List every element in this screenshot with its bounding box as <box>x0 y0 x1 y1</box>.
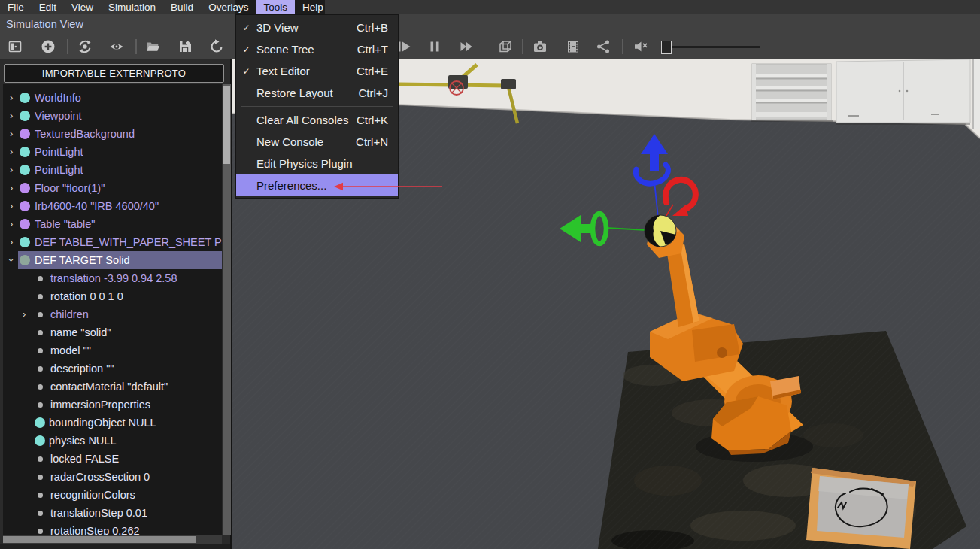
tree-row-label: recognitionColors <box>50 489 135 501</box>
tree-row[interactable]: locked FALSE <box>3 450 222 468</box>
chevron-right-icon[interactable]: › <box>10 182 13 194</box>
menu-item-text-editor[interactable]: ✓Text EditorCtrl+E <box>236 60 398 82</box>
tree-row[interactable]: ›children <box>3 305 222 323</box>
tree-row-label: translation -3.99 0.94 2.58 <box>50 272 177 284</box>
tree-row[interactable]: physics NULL <box>3 432 222 450</box>
tree-row[interactable]: recognitionColors <box>3 486 222 504</box>
tree-row[interactable]: boundingObject NULL <box>3 414 222 432</box>
step-icon[interactable] <box>396 38 413 55</box>
tree-row[interactable]: ›Floor "floor(1)" <box>3 179 222 197</box>
panel-bottom-strip <box>0 544 230 549</box>
tree-row[interactable]: ›WorldInfo <box>3 89 222 107</box>
node-dot-icon <box>20 201 30 211</box>
scrollbar-thumb[interactable] <box>223 86 230 164</box>
tree-row-label: Floor "floor(1)" <box>35 182 105 194</box>
menu-tools[interactable]: Tools <box>256 0 295 14</box>
tree-row-label: locked FALSE <box>50 453 119 465</box>
chevron-right-icon[interactable]: › <box>10 218 13 230</box>
tree-row-label: rotationStep 0.262 <box>50 525 140 535</box>
chevron-right-icon[interactable]: › <box>10 164 13 176</box>
chevron-right-icon[interactable]: › <box>10 146 13 158</box>
menu-item-clear-all-consoles[interactable]: Clear All ConsolesCtrl+K <box>236 109 398 131</box>
menu-edit[interactable]: Edit <box>32 0 64 14</box>
tree-row[interactable]: ›Table "table" <box>3 215 222 233</box>
field-bullet-icon <box>38 529 43 534</box>
tree-row[interactable]: rotationStep 0.262 <box>3 522 222 535</box>
tree-row[interactable]: name "solid" <box>3 323 222 341</box>
node-dot-icon <box>20 93 30 103</box>
menu-item-new-console[interactable]: New ConsoleCtrl+N <box>236 131 398 153</box>
save-world-icon[interactable] <box>177 38 193 55</box>
volume-slider-handle[interactable] <box>661 41 672 54</box>
share-icon[interactable] <box>595 38 611 55</box>
volume-slider-track[interactable] <box>672 46 760 48</box>
pause-icon[interactable] <box>426 38 443 55</box>
menu-item-preferences[interactable]: Preferences... <box>236 174 398 196</box>
tree-vertical-scrollbar[interactable] <box>223 84 231 535</box>
chevron-right-icon[interactable]: › <box>10 128 13 140</box>
tree-row[interactable]: ›TexturedBackground <box>3 125 222 143</box>
movie-icon[interactable] <box>565 38 581 55</box>
tree-row[interactable]: rotation 0 0 1 0 <box>3 287 222 305</box>
tree-row[interactable]: translationStep 0.01 <box>3 504 222 522</box>
tree-row[interactable]: ›DEF TABLE_WITH_PAPER_SHEET Pose <box>3 233 222 251</box>
scrollbar-thumb[interactable] <box>3 536 196 543</box>
menu-build[interactable]: Build <box>163 0 201 14</box>
show-optional-rendering-icon[interactable] <box>108 38 125 55</box>
menu-item-3d-view[interactable]: ✓3D ViewCtrl+B <box>236 17 398 38</box>
node-dot-icon <box>20 183 30 193</box>
rendering-cube-icon[interactable] <box>497 38 514 55</box>
tree-row[interactable]: ›Irb4600-40 "IRB 4600/40" <box>3 197 222 215</box>
menu-view[interactable]: View <box>64 0 101 14</box>
chevron-right-icon[interactable]: › <box>10 200 13 212</box>
field-bullet-icon <box>38 493 43 498</box>
open-world-icon[interactable] <box>144 38 161 55</box>
tree-row[interactable]: ›DEF TARGET Solid <box>3 251 222 269</box>
hide-panel-icon[interactable] <box>7 38 23 55</box>
tree-row[interactable]: translation -3.99 0.94 2.58 <box>3 269 222 287</box>
menu-item-restore-layout[interactable]: Restore LayoutCtrl+J <box>236 82 398 104</box>
importable-externproto-button[interactable]: IMPORTABLE EXTERNPROTO <box>4 64 224 83</box>
tree-horizontal-scrollbar[interactable] <box>3 535 222 544</box>
menu-file[interactable]: File <box>0 0 32 14</box>
tree-row[interactable]: model "" <box>3 341 222 359</box>
menu-overlays[interactable]: Overlays <box>201 0 256 14</box>
menu-help[interactable]: Help <box>295 0 331 14</box>
tree-row[interactable]: description "" <box>3 359 222 378</box>
chevron-right-icon[interactable]: › <box>10 110 13 122</box>
tree-row[interactable]: radarCrossSection 0 <box>3 468 222 486</box>
screenshot-icon[interactable] <box>532 38 548 55</box>
chevron-down-icon[interactable]: › <box>5 259 17 262</box>
field-bullet-icon <box>38 475 43 480</box>
field-bullet-icon <box>38 348 43 353</box>
field-bullet-icon <box>38 384 43 390</box>
menu-item-scene-tree[interactable]: ✓Scene TreeCtrl+T <box>236 38 398 60</box>
menu-item-edit-physics-plugin[interactable]: Edit Physics Plugin <box>236 153 398 174</box>
chevron-right-icon[interactable]: › <box>10 236 13 248</box>
tree-row[interactable]: ›PointLight <box>3 143 222 161</box>
tree-row[interactable]: immersionProperties <box>3 396 222 414</box>
tree-row[interactable]: ›Viewpoint <box>3 107 222 125</box>
tree-row[interactable]: ›PointLight <box>3 161 222 179</box>
chevron-right-icon[interactable]: › <box>10 92 13 104</box>
field-bullet-icon <box>38 456 43 462</box>
sound-muted-icon[interactable] <box>633 38 649 55</box>
reload-world-icon[interactable] <box>208 38 225 55</box>
webots-window: FileEditViewSimulationBuildOverlaysTools… <box>0 0 980 549</box>
chevron-right-icon[interactable]: › <box>23 308 26 320</box>
scene-tree[interactable]: ›WorldInfo›Viewpoint›TexturedBackground›… <box>3 84 222 535</box>
fast-forward-icon[interactable] <box>458 38 475 55</box>
field-bullet-icon <box>38 511 43 516</box>
table-with-paper-sheet[interactable] <box>806 468 916 549</box>
scene-tree-panel: IMPORTABLE EXTERNPROTO ›WorldInfo›Viewpo… <box>0 59 232 549</box>
checkmark-icon: ✓ <box>236 66 256 77</box>
add-node-icon[interactable] <box>40 38 56 55</box>
node-dot-icon <box>20 111 30 121</box>
reset-viewpoint-icon[interactable] <box>77 38 93 55</box>
shelf-unit <box>751 64 833 122</box>
field-bullet-icon <box>38 312 43 317</box>
tree-row[interactable]: contactMaterial "default" <box>3 378 222 396</box>
menu-simulation[interactable]: Simulation <box>101 0 163 14</box>
tree-row-label: children <box>50 308 89 320</box>
field-bullet-icon <box>38 294 43 299</box>
